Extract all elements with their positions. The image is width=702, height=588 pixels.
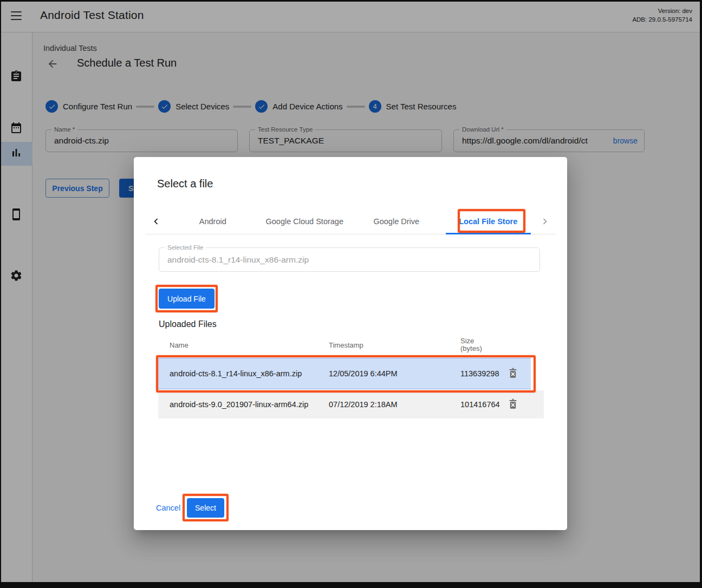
tab-label: Local File Store [459,217,517,226]
tabs-scroll-left-button[interactable] [145,208,167,234]
column-size: Size (bytes) [460,337,503,352]
uploaded-files-title: Uploaded Files [159,319,217,329]
table-row-selected[interactable]: android-cts-8.1_r14-linux_x86-arm.zip 12… [158,358,531,389]
uploaded-files-table: Name Timestamp Size (bytes) android-cts-… [158,337,544,419]
tab-android[interactable]: Android [167,208,259,234]
tab-google-drive[interactable]: Google Drive [350,208,443,234]
selected-file-field[interactable]: Selected File android-cts-8.1_r14-linux_… [159,247,540,272]
cancel-button[interactable]: Cancel [156,498,180,518]
app-window: Android Test Station Version: dev ADB: 2… [0,0,702,588]
file-timestamp: 07/12/2019 2:18AM [329,400,460,409]
select-file-dialog: Select a file Android Google Cloud Stora… [134,157,567,530]
tab-google-cloud-storage[interactable]: Google Cloud Storage [259,208,351,234]
file-source-tabbar: Android Google Cloud Storage Google Driv… [145,208,556,234]
dialog-title: Select a file [157,178,213,190]
active-tab-indicator [446,233,531,234]
column-timestamp: Timestamp [329,341,460,349]
selected-file-value: android-cts-8.1_r14-linux_x86-arm.zip [159,248,540,271]
file-timestamp: 12/05/2019 6:44PM [329,369,460,378]
tabs-scroll-right-button[interactable] [534,208,556,234]
delete-file-button[interactable] [506,397,520,411]
table-header-row: Name Timestamp Size (bytes) [158,337,544,353]
file-size: 101416764 [460,400,503,409]
upload-file-button[interactable]: Upload File [159,289,214,309]
tab-local-file-store[interactable]: Local File Store [443,208,535,234]
file-name: android-cts-8.1_r14-linux_x86-arm.zip [170,369,329,378]
file-size: 113639298 [460,369,503,378]
tabs: Android Google Cloud Storage Google Driv… [167,208,534,234]
column-name: Name [170,341,329,349]
selected-file-label: Selected File [165,244,206,251]
file-name: android-sts-9.0_201907-linux-arm64.zip [170,400,329,409]
table-row[interactable]: android-sts-9.0_201907-linux-arm64.zip 0… [158,390,544,419]
delete-file-button[interactable] [506,367,520,381]
select-button[interactable]: Select [187,498,224,518]
